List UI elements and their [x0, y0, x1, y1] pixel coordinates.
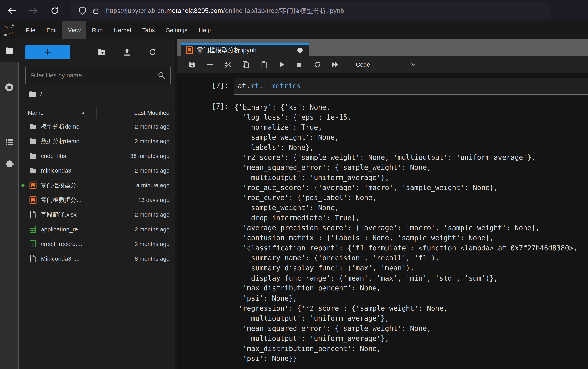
output-line: 'normalize': True, — [234, 122, 578, 132]
file-list-item[interactable]: Miniconda3-l... 8 months ago — [19, 251, 175, 266]
file-list-item[interactable]: 字段翻译.xlsx 2 months ago — [19, 207, 175, 222]
file-list: 模型分析demo 2 months ago 数据分析demo 2 months … — [19, 119, 175, 266]
column-header-name[interactable]: Name — [19, 107, 96, 119]
url-path: /online-lab/lab/tree/零门槛模型分析.ipynb — [223, 7, 344, 14]
file-modified: 2 months ago — [135, 226, 175, 233]
file-list-item[interactable]: miniconda3 2 months ago — [19, 163, 175, 178]
dock-tab-bar: 零门槛模型分析.ipynb — [177, 39, 588, 56]
output-line: 'classification_report': {'f1_formulate'… — [234, 243, 578, 253]
output-line: 'regression': {'r2_score': {'sample_weig… — [234, 303, 578, 313]
file-name: 字段翻译.xlsx — [41, 211, 77, 219]
menu-item[interactable]: Settings — [160, 21, 193, 39]
insert-cell-button[interactable] — [205, 59, 216, 70]
notebook-toolbar: Code — [177, 56, 588, 73]
cell-code-editor[interactable]: at.mt.__metrics__ — [233, 78, 588, 95]
file-name: 数据分析demo — [41, 137, 80, 145]
sheet-icon — [29, 225, 37, 234]
browser-back-button[interactable] — [6, 4, 18, 17]
lock-icon[interactable] — [91, 6, 100, 15]
filter-files-input[interactable] — [30, 72, 157, 79]
restart-run-all-button[interactable] — [330, 59, 341, 70]
notebook-tab[interactable]: 零门槛模型分析.ipynb — [181, 43, 309, 56]
cell-input-prompt: [7]: — [212, 81, 229, 90]
notebook-tab-title: 零门槛模型分析.ipynb — [197, 46, 257, 54]
file-browser-tab-icon[interactable] — [4, 46, 14, 56]
cell-type-value: Code — [356, 61, 370, 68]
file-name: code_libs — [41, 153, 66, 159]
menu-items: File Edit View Run Kernel Tabs Settings … — [20, 21, 216, 39]
file-modified: 2 months ago — [135, 168, 175, 174]
menu-item[interactable]: View — [62, 21, 86, 39]
output-line: 'multioutput': 'uniform_average'}, — [234, 333, 578, 344]
url-text: https://jupyterlab-cn.metanoia8295.com/o… — [106, 6, 344, 15]
output-line: 'mean_squared_error': {'sample_weight': … — [234, 323, 578, 333]
file-modified: 2 months ago — [135, 123, 175, 130]
refresh-button[interactable] — [147, 47, 158, 57]
file-modified: a minute ago — [136, 182, 175, 189]
output-line: {'binary': {'ks': None, — [234, 102, 578, 112]
shield-icon[interactable] — [78, 6, 87, 15]
menu-item[interactable]: File — [20, 21, 41, 39]
save-button[interactable] — [187, 59, 198, 70]
search-icon — [157, 71, 166, 80]
menu-item[interactable]: Run — [86, 21, 108, 39]
restart-kernel-button[interactable] — [312, 59, 323, 70]
file-modified: 2 months ago — [135, 241, 175, 247]
menu-item[interactable]: Edit — [41, 21, 62, 39]
notebook-dock-area: 零门槛模型分析.ipynb Cod — [175, 39, 588, 369]
running-sessions-icon[interactable] — [4, 82, 14, 92]
home-folder-icon[interactable] — [28, 90, 37, 99]
table-of-contents-icon[interactable] — [4, 138, 14, 147]
file-list-item[interactable]: 模型分析demo 2 months ago — [19, 119, 175, 134]
output-line: 'max_distribution_percent': None, — [234, 344, 578, 354]
file-name: credit_record.... — [41, 241, 82, 247]
unsaved-file-dot — [21, 184, 25, 187]
file-modified: 8 months ago — [135, 256, 175, 262]
upload-button[interactable] — [122, 47, 132, 57]
browser-reload-button[interactable] — [48, 4, 61, 17]
menu-item[interactable]: Kernel — [108, 21, 137, 39]
output-line: 'display_func_range': ('mean', 'max', 'm… — [234, 273, 578, 283]
file-list-item[interactable]: 数据分析demo 2 months ago — [19, 134, 175, 149]
sheet-icon — [29, 240, 37, 248]
menu-item[interactable]: Help — [193, 21, 216, 39]
breadcrumb-root[interactable]: / — [40, 90, 42, 98]
unsaved-indicator-dot[interactable] — [297, 48, 303, 53]
file-name: miniconda3 — [41, 167, 71, 174]
output-line: 'sample_weight': None, — [234, 203, 578, 213]
sort-ascending-icon — [81, 110, 86, 115]
jupyter-logo-icon — [3, 21, 16, 39]
menu-item[interactable]: Tabs — [137, 21, 160, 39]
file-name: 模型分析demo — [41, 123, 80, 131]
output-line: 'summary_display_func': ('max', 'mean'), — [234, 263, 578, 273]
file-list-item[interactable]: 零门槛模型分... a minute ago — [19, 178, 175, 193]
copy-cells-button[interactable] — [240, 59, 252, 70]
new-folder-button[interactable] — [96, 47, 107, 57]
folder-icon — [29, 122, 37, 131]
file-list-item[interactable]: 零门槛数据分... 13 days ago — [19, 193, 175, 207]
output-line: 'labels': None}, — [234, 142, 578, 153]
run-cell-button[interactable] — [276, 59, 287, 70]
file-name: 零门槛模型分... — [41, 181, 82, 189]
cut-cells-button[interactable] — [222, 59, 233, 70]
filter-box — [25, 67, 171, 84]
notebook-scroll-area[interactable]: [7]: at.mt.__metrics__ [7]: {'binary': {… — [177, 73, 588, 369]
cell-output-text: {'binary': {'ks': None, 'log_loss': {'ep… — [234, 102, 578, 364]
new-launcher-button[interactable] — [25, 45, 70, 59]
url-prefix: https://jupyterlab-cn. — [106, 7, 166, 14]
file-list-item[interactable]: application_re... 2 months ago — [19, 222, 175, 237]
output-line: 'drop_intermediate': True}, — [234, 213, 578, 223]
extension-manager-icon[interactable] — [4, 159, 14, 169]
cell-type-dropdown[interactable]: Code — [356, 61, 417, 68]
output-line: 'max_distribution_percent': None, — [234, 283, 578, 293]
file-list-item[interactable]: code_libs 36 minutes ago — [19, 149, 175, 163]
paste-cells-button[interactable] — [258, 59, 269, 70]
output-line: 'average_precision_score': {'average': '… — [234, 223, 578, 233]
file-name: application_re... — [41, 226, 83, 233]
interrupt-kernel-button[interactable] — [294, 59, 305, 70]
output-line: 'mean_squared_error': {'sample_weight': … — [234, 162, 578, 173]
address-bar[interactable]: https://jupyterlab-cn.metanoia8295.com/o… — [70, 2, 550, 19]
file-list-item[interactable]: credit_record.... 2 months ago — [19, 237, 175, 251]
browser-forward-button[interactable] — [27, 4, 40, 17]
column-header-modified[interactable]: Last Modified — [96, 110, 175, 116]
